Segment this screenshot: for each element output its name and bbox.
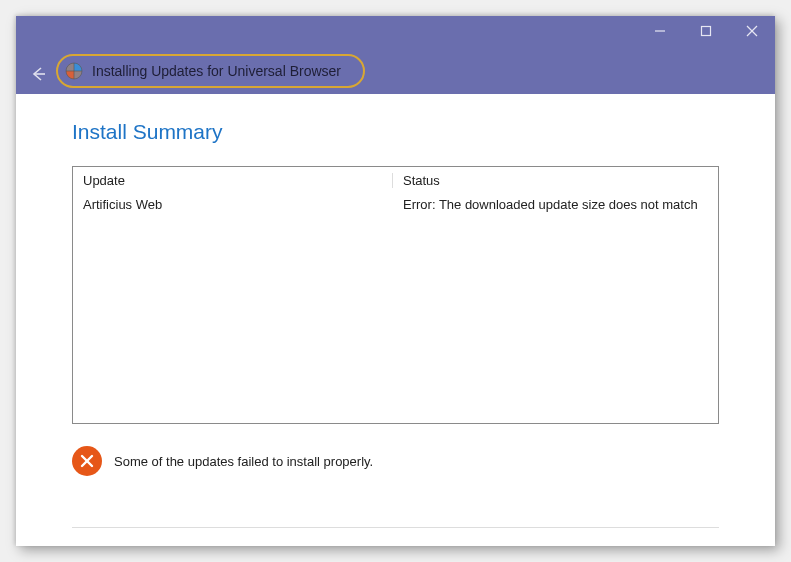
close-button[interactable] xyxy=(729,16,775,46)
maximize-icon xyxy=(700,25,712,37)
cell-update-name: Artificius Web xyxy=(73,197,393,212)
status-message: Some of the updates failed to install pr… xyxy=(114,454,373,469)
svg-rect-1 xyxy=(702,27,711,36)
back-arrow-icon xyxy=(29,65,47,83)
app-icon xyxy=(64,61,84,81)
close-icon xyxy=(746,25,758,37)
cell-update-status: Error: The downloaded update size does n… xyxy=(393,197,718,212)
status-row: Some of the updates failed to install pr… xyxy=(72,446,719,476)
updates-table: Update Status Artificius Web Error: The … xyxy=(72,166,719,424)
minimize-icon xyxy=(654,25,666,37)
back-button[interactable] xyxy=(26,62,50,86)
maximize-button[interactable] xyxy=(683,16,729,46)
titlebar: Installing Updates for Universal Browser xyxy=(16,16,775,94)
minimize-button[interactable] xyxy=(637,16,683,46)
window-controls xyxy=(637,16,775,46)
table-header-row: Update Status xyxy=(73,167,718,193)
footer-separator xyxy=(72,527,719,528)
installer-window: Installing Updates for Universal Browser… xyxy=(16,16,775,546)
table-row[interactable]: Artificius Web Error: The downloaded upd… xyxy=(73,193,718,215)
window-title: Installing Updates for Universal Browser xyxy=(92,63,341,79)
col-header-update[interactable]: Update xyxy=(73,173,393,188)
col-header-status[interactable]: Status xyxy=(393,173,718,188)
body: Install Summary Update Status Artificius… xyxy=(16,94,775,546)
title-pill: Installing Updates for Universal Browser xyxy=(56,54,365,88)
page-heading: Install Summary xyxy=(72,120,719,144)
error-icon xyxy=(72,446,102,476)
